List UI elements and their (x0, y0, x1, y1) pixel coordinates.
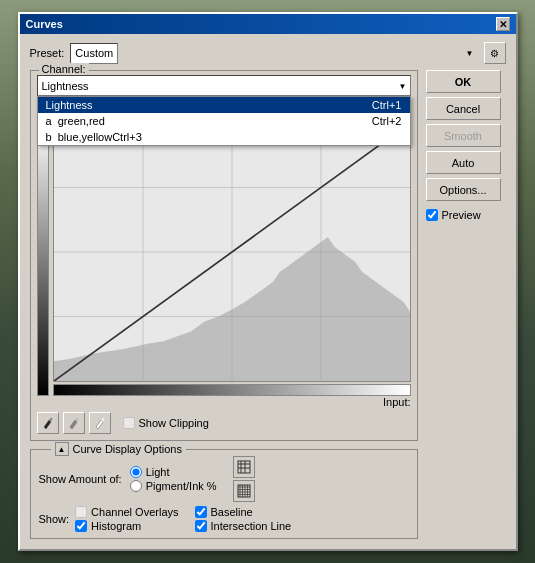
right-panel: OK Cancel Smooth Auto Options... Preview (426, 70, 506, 539)
baseline-item: Baseline (195, 506, 298, 518)
histogram-item: Histogram (75, 520, 178, 532)
dialog-body: Preset: Custom Default ⚙ Channel: (20, 34, 516, 549)
preset-row: Preset: Custom Default ⚙ (30, 42, 506, 64)
checks-grid: Channel Overlays Baseline Histogram (75, 506, 298, 532)
main-content: Channel: Lightness a green,red b blue,ye… (30, 70, 506, 539)
show-row: Show: Channel Overlays Baseline (39, 506, 409, 532)
ok-button[interactable]: OK (426, 70, 501, 93)
left-panel: Channel: Lightness a green,red b blue,ye… (30, 70, 418, 539)
dropdown-item-lightness[interactable]: Lightness Ctrl+1 (38, 97, 410, 113)
channel-group: Channel: Lightness a green,red b blue,ye… (30, 70, 418, 441)
radio-light-label: Light (146, 466, 170, 478)
radio-light-item: Light (130, 466, 217, 478)
channel-select-wrapper: Lightness a green,red b blue,yellow Ligh… (37, 75, 411, 96)
radio-light[interactable] (130, 466, 142, 478)
show-clipping-container: Show Clipping (123, 417, 209, 429)
show-label: Show: (39, 513, 70, 525)
intersection-checkbox[interactable] (195, 520, 207, 532)
histogram-label: Histogram (91, 520, 141, 532)
preview-item: Preview (426, 209, 506, 221)
vertical-gradient-bar (37, 122, 49, 396)
channel-overlays-label: Channel Overlays (91, 506, 178, 518)
show-clipping-checkbox[interactable] (123, 417, 135, 429)
curves-canvas[interactable] (53, 122, 411, 382)
channel-overlays-item: Channel Overlays (75, 506, 178, 518)
radio-pigment-item: Pigment/Ink % (130, 480, 217, 492)
horizontal-gradient-bar (53, 384, 411, 396)
grid-buttons (233, 456, 255, 502)
grid-4-button[interactable] (233, 456, 255, 478)
channel-dropdown: Lightness Ctrl+1 a green,red Ctrl+2 b bl… (37, 96, 411, 146)
eyedropper-row: Show Clipping (37, 412, 411, 434)
curves-dialog: Curves ✕ Preset: Custom Default ⚙ Channe… (18, 12, 518, 551)
preview-checkbox[interactable] (426, 209, 438, 221)
show-amount-row: Show Amount of: Light Pigment/Ink % (39, 456, 409, 502)
dropdown-item-blue-yellow[interactable]: b blue,yellowCtrl+3 (38, 129, 410, 145)
eyedrop-white[interactable] (89, 412, 111, 434)
curve-display-title: ▲ Curve Display Options (51, 442, 186, 456)
eyedrop-black[interactable] (37, 412, 59, 434)
channel-row: Lightness a green,red b blue,yellow Ligh… (37, 75, 411, 96)
dropdown-item-green-red[interactable]: a green,red Ctrl+2 (38, 113, 410, 129)
canvas-wrapper (53, 122, 411, 396)
baseline-checkbox[interactable] (195, 506, 207, 518)
show-amount-radios: Light Pigment/Ink % (130, 466, 217, 492)
dialog-title: Curves (26, 18, 63, 30)
curves-area: Output: (37, 122, 411, 396)
histogram-checkbox[interactable] (75, 520, 87, 532)
smooth-button[interactable]: Smooth (426, 124, 501, 147)
close-button[interactable]: ✕ (496, 17, 510, 31)
title-bar: Curves ✕ (20, 14, 516, 34)
svg-rect-14 (238, 461, 250, 473)
preset-select[interactable]: Custom Default (70, 43, 118, 64)
intersection-label: Intersection Line (211, 520, 292, 532)
radio-pigment-label: Pigment/Ink % (146, 480, 217, 492)
preset-select-wrapper: Custom Default (70, 43, 477, 64)
eyedrop-gray[interactable] (63, 412, 85, 434)
channel-select[interactable]: Lightness a green,red b blue,yellow (37, 75, 411, 96)
grid-10-button[interactable] (233, 480, 255, 502)
collapse-button[interactable]: ▲ (55, 442, 69, 456)
show-clipping-label: Show Clipping (139, 417, 209, 429)
channel-overlays-checkbox[interactable] (75, 506, 87, 518)
preset-options-icon[interactable]: ⚙ (484, 42, 506, 64)
channel-label: Channel: (39, 63, 89, 75)
input-row: Input: (37, 396, 411, 408)
radio-pigment[interactable] (130, 480, 142, 492)
cancel-button[interactable]: Cancel (426, 97, 501, 120)
auto-button[interactable]: Auto (426, 151, 501, 174)
show-amount-label: Show Amount of: (39, 473, 122, 485)
input-label: Input: (383, 396, 411, 408)
baseline-label: Baseline (211, 506, 253, 518)
intersection-item: Intersection Line (195, 520, 298, 532)
curve-display-section: ▲ Curve Display Options Show Amount of: … (30, 449, 418, 539)
preview-label: Preview (442, 209, 481, 221)
options-button[interactable]: Options... (426, 178, 501, 201)
preset-label: Preset: (30, 47, 65, 59)
